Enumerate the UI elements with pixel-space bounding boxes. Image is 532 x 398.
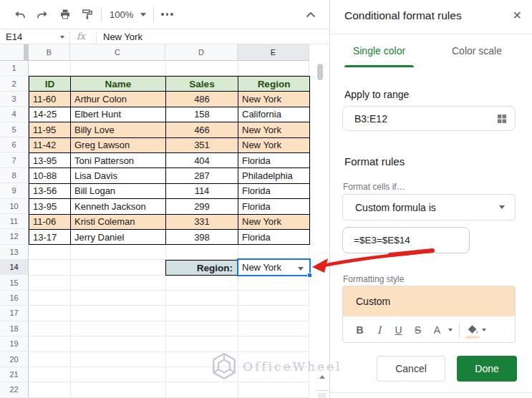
table-cell-sales[interactable]: 299 (166, 199, 238, 214)
table-cell-name[interactable]: Elbert Hunt (71, 107, 166, 122)
row-header-4[interactable]: 4 (0, 107, 29, 122)
table-cell-id[interactable]: 11-95 (29, 122, 71, 137)
name-box-caret-icon[interactable] (60, 36, 64, 39)
column-header-C[interactable]: C (70, 44, 165, 61)
row-header-12[interactable]: 12 (0, 229, 29, 244)
row-header-5[interactable]: 5 (0, 122, 29, 137)
more-options-icon[interactable] (161, 13, 173, 16)
underline-button[interactable]: U (389, 321, 408, 339)
row-header-19[interactable]: 19 (0, 336, 29, 351)
zoom-caret-icon[interactable] (140, 13, 146, 16)
table-cell-region[interactable]: Florida (238, 199, 310, 214)
table-cell-region[interactable]: Florida (238, 153, 310, 168)
tab-single-color[interactable]: Single color (344, 34, 414, 67)
done-button[interactable]: Done (457, 356, 517, 382)
fill-color-caret-icon[interactable] (480, 329, 488, 331)
table-cell-id[interactable]: 11-42 (29, 138, 71, 153)
table-cell-region[interactable]: Florida (238, 230, 310, 245)
bold-button[interactable]: B (350, 321, 369, 339)
table-cell-id[interactable]: 13-56 (29, 184, 71, 199)
row-header-2[interactable]: 2 (0, 76, 29, 91)
formula-input[interactable]: =$E3=$E$14 (342, 227, 470, 253)
table-cell-region[interactable]: Philadelphia (238, 168, 310, 183)
table-cell-name[interactable]: Billy Love (71, 122, 166, 137)
text-color-caret-icon[interactable] (447, 329, 454, 331)
table-cell-region[interactable]: Florida (238, 184, 310, 199)
condition-select[interactable]: Custom formula is (342, 194, 516, 220)
italic-button[interactable]: I (369, 321, 389, 339)
row-header-1[interactable]: 1 (0, 61, 29, 76)
table-cell-name[interactable]: Kristi Coleman (71, 215, 166, 230)
column-header-D[interactable]: D (165, 44, 238, 61)
row-header-17[interactable]: 17 (0, 306, 29, 321)
row-header-8[interactable]: 8 (0, 168, 29, 183)
table-cell-id[interactable]: 14-25 (29, 107, 71, 122)
table-cell-region[interactable]: New York (238, 122, 310, 137)
row-header-14[interactable]: 14 (0, 260, 29, 275)
row-header-20[interactable]: 20 (0, 351, 29, 367)
row-header-16[interactable]: 16 (0, 291, 29, 306)
table-cell-name[interactable]: Greg Lawson (71, 138, 166, 153)
row-header-3[interactable]: 3 (0, 92, 29, 107)
undo-icon[interactable] (13, 8, 26, 21)
fill-handle[interactable] (307, 273, 312, 278)
table-cell-region[interactable]: New York (238, 138, 310, 153)
table-cell-sales[interactable]: 351 (166, 138, 238, 153)
table-cell-id[interactable]: 13-17 (29, 230, 71, 245)
table-cell-name[interactable]: Arthur Colon (71, 92, 166, 107)
dropdown-caret-icon[interactable] (298, 267, 304, 271)
table-cell-sales[interactable]: 398 (166, 230, 238, 245)
formula-bar-value[interactable]: New York (103, 31, 142, 42)
table-cell-sales[interactable]: 331 (166, 215, 238, 230)
table-cell-id[interactable]: 10-88 (29, 168, 71, 183)
row-header-7[interactable]: 7 (0, 152, 29, 168)
region-dropdown-cell[interactable]: New York (237, 258, 311, 276)
style-toolbar: B I U S A (343, 316, 515, 343)
select-range-icon[interactable] (497, 114, 507, 126)
name-box[interactable]: E14 (6, 31, 22, 42)
table-cell-region[interactable]: California (238, 107, 310, 122)
column-header-E[interactable]: E (238, 44, 309, 61)
row-header-9[interactable]: 9 (0, 183, 29, 198)
row-header-21[interactable]: 21 (0, 367, 29, 382)
text-color-button[interactable]: A (427, 321, 447, 339)
table-cell-name[interactable]: Toni Patterson (71, 153, 166, 168)
row-header-22[interactable]: 22 (0, 382, 29, 397)
table-cell-name[interactable]: Kenneth Jackson (71, 199, 166, 214)
tab-color-scale[interactable]: Color scale (437, 34, 516, 67)
scrollbar-thumb[interactable] (317, 64, 323, 80)
row-header-18[interactable]: 18 (0, 321, 29, 336)
redo-icon[interactable] (36, 8, 49, 21)
column-header-B[interactable]: B (29, 44, 70, 61)
table-cell-sales[interactable]: 404 (166, 153, 238, 168)
collapse-toolbar-icon[interactable] (304, 8, 317, 21)
row-header-15[interactable]: 15 (0, 275, 29, 290)
select-all-corner[interactable] (0, 44, 29, 61)
table-cell-id[interactable]: 13-95 (29, 199, 71, 214)
table-cell-sales[interactable]: 466 (166, 122, 238, 137)
close-icon[interactable]: ✕ (513, 9, 522, 22)
table-cell-id[interactable]: 11-60 (29, 92, 71, 107)
cancel-button[interactable]: Cancel (377, 356, 445, 382)
row-header-13[interactable]: 13 (0, 245, 29, 260)
table-cell-id[interactable]: 13-95 (29, 153, 71, 168)
row-header-10[interactable]: 10 (0, 199, 29, 214)
range-input[interactable]: B3:E12 (342, 106, 516, 131)
table-cell-region[interactable]: New York (238, 92, 310, 107)
print-icon[interactable] (59, 8, 72, 21)
table-cell-region[interactable]: New York (238, 215, 310, 230)
table-cell-name[interactable]: Jerry Daniel (71, 230, 166, 245)
row-header-6[interactable]: 6 (0, 137, 29, 152)
table-cell-sales[interactable]: 114 (166, 184, 238, 199)
strikethrough-button[interactable]: S (408, 321, 427, 339)
fill-color-button[interactable] (465, 321, 480, 339)
table-cell-id[interactable]: 11-06 (29, 215, 71, 230)
table-cell-name[interactable]: Lisa Davis (71, 168, 166, 183)
zoom-level[interactable]: 100% (110, 9, 133, 20)
table-cell-name[interactable]: Bill Logan (71, 184, 166, 199)
table-cell-sales[interactable]: 158 (166, 107, 238, 122)
table-cell-sales[interactable]: 287 (166, 168, 238, 183)
paint-format-icon[interactable] (81, 8, 94, 21)
row-header-11[interactable]: 11 (0, 214, 29, 229)
table-cell-sales[interactable]: 486 (166, 92, 238, 107)
